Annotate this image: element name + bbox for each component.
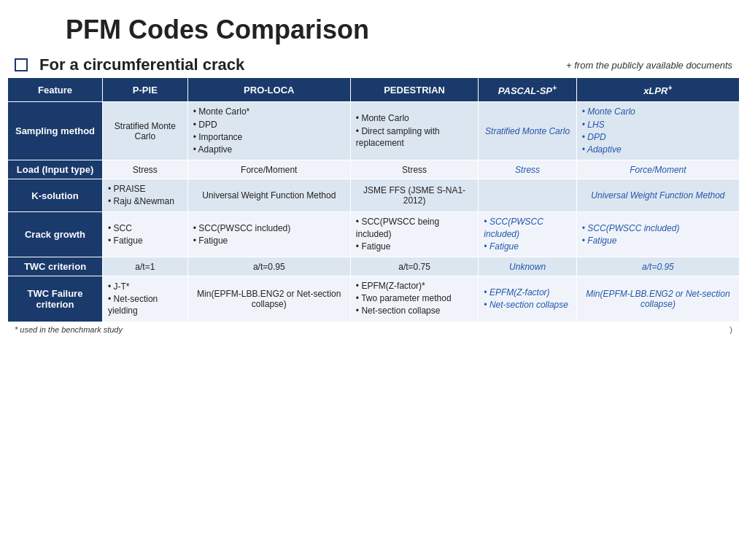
feature-sampling: Sampling method xyxy=(8,102,103,160)
pascal-twcfailure: EPFM(Z-factor) Net-section collapse xyxy=(479,276,576,322)
pascal-twcfailure-list: EPFM(Z-factor) Net-section collapse xyxy=(484,287,570,311)
pedestrian-sampling-list: Monte Carlo Direct sampling with replace… xyxy=(356,112,473,149)
xlpr-sampling-list: Monte Carlo LHS DPD Adaptive xyxy=(582,106,734,155)
list-item: Monte Carlo xyxy=(582,106,734,117)
col-header-pedestrian: PEDESTRIAN xyxy=(350,78,479,102)
ppie-crackgrowth-list: SCC Fatigue xyxy=(108,222,182,246)
xlpr-twcfailure: Min(EPFM-LBB.ENG2 or Net-section collaps… xyxy=(576,276,739,322)
ppie-crackgrowth: SCC Fatigue xyxy=(103,212,188,257)
table-row: TWC criterion a/t=1 a/t=0.95 a/t=0.75 Un… xyxy=(8,257,740,276)
list-item: Net-section collapse xyxy=(484,299,570,311)
list-item: SCC(PWSCC included) xyxy=(484,216,570,239)
list-item: LHS xyxy=(582,119,734,131)
proloca-crackgrowth: SCC(PWSCC included) Fatigue xyxy=(187,212,350,257)
xlpr-sampling: Monte Carlo LHS DPD Adaptive xyxy=(576,102,739,160)
proloca-twcfailure: Min(EPFM-LBB.ENG2 or Net-section collaps… xyxy=(187,276,350,322)
list-item: Raju &Newman xyxy=(108,195,182,207)
comparison-table: Feature P-PIE PRO-LOCA PEDESTRIAN PASCAL… xyxy=(0,77,747,322)
list-item: SCC xyxy=(108,222,182,234)
list-item: Fatigue xyxy=(484,241,570,252)
table-row: Load (Input type) Stress Force/Moment St… xyxy=(8,160,740,179)
list-item: Fatigue xyxy=(582,235,734,246)
list-item: Two parameter method xyxy=(356,292,473,304)
ppie-load: Stress xyxy=(103,160,188,179)
xlpr-crackgrowth-list: SCC(PWSCC included) Fatigue xyxy=(582,222,734,246)
feature-twc: TWC criterion xyxy=(8,257,103,276)
list-item: Direct sampling with replacement xyxy=(356,125,473,149)
col-header-xlpr: xLPR+ xyxy=(576,78,739,102)
ppie-twcfailure-list: J-T* Net-section yielding xyxy=(108,281,182,317)
subtitle-label: For a circumferential crack xyxy=(39,55,244,74)
table-row: Crack growth SCC Fatigue SCC(PWSCC inclu… xyxy=(8,212,740,257)
xlpr-crackgrowth: SCC(PWSCC included) Fatigue xyxy=(576,212,739,257)
proloca-crackgrowth-list: SCC(PWSCC included) Fatigue xyxy=(193,222,345,246)
col-header-ppie: P-PIE xyxy=(103,78,188,102)
list-item: Monte Carlo xyxy=(356,112,473,124)
col-header-pascal: PASCAL-SP+ xyxy=(479,78,576,102)
list-item: SCC(PWSCC being included) xyxy=(356,216,473,239)
subtitle-row: For a circumferential crack + from the p… xyxy=(0,52,747,77)
xlpr-load: Force/Moment xyxy=(576,160,739,179)
ppie-sampling: Stratified Monte Carlo xyxy=(103,102,188,160)
pedestrian-crackgrowth: SCC(PWSCC being included) Fatigue xyxy=(350,212,479,257)
list-item: Adaptive xyxy=(193,144,345,155)
ppie-twc: a/t=1 xyxy=(103,257,188,276)
list-item: PRAISE xyxy=(108,183,182,195)
pascal-sampling: Stratified Monte Carlo xyxy=(479,102,576,160)
checkbox-icon xyxy=(15,58,28,71)
ppie-ksolution-list: PRAISE Raju &Newman xyxy=(108,183,182,207)
list-item: Importance xyxy=(193,131,345,143)
page-title: PFM Codes Comparison xyxy=(66,7,369,49)
list-item: SCC(PWSCC included) xyxy=(582,222,734,234)
pedestrian-ksolution: JSME FFS (JSME S-NA1-2012) xyxy=(350,179,479,212)
list-item: Adaptive xyxy=(582,144,734,155)
list-item: EPFM(Z-factor) xyxy=(484,287,570,298)
list-item: DPD xyxy=(193,119,345,131)
table-row: TWC Failure criterion J-T* Net-section y… xyxy=(8,276,740,322)
pascal-load: Stress xyxy=(479,160,576,179)
feature-load: Load (Input type) xyxy=(8,160,103,179)
table-row: Sampling method Stratified Monte Carlo M… xyxy=(8,102,740,160)
list-item: Fatigue xyxy=(356,241,473,252)
proloca-twc: a/t=0.95 xyxy=(187,257,350,276)
pedestrian-sampling: Monte Carlo Direct sampling with replace… xyxy=(350,102,479,160)
list-item: Fatigue xyxy=(108,235,182,246)
list-item: Net-section yielding xyxy=(108,293,182,316)
list-item: SCC(PWSCC included) xyxy=(193,222,345,234)
ppie-twcfailure: J-T* Net-section yielding xyxy=(103,276,188,322)
list-item: Net-section collapse xyxy=(356,305,473,316)
xlpr-ksolution: Universal Weight Function Method xyxy=(576,179,739,212)
page-number: ) xyxy=(722,325,740,334)
pascal-crackgrowth-list: SCC(PWSCC included) Fatigue xyxy=(484,216,570,252)
xlpr-twc: a/t=0.95 xyxy=(576,257,739,276)
table-row: K-solution PRAISE Raju &Newman Universal… xyxy=(8,179,740,212)
feature-crackgrowth: Crack growth xyxy=(8,212,103,257)
list-item: DPD xyxy=(582,131,734,143)
list-item: J-T* xyxy=(108,281,182,292)
pedestrian-twcfailure: EPFM(Z-factor)* Two parameter method Net… xyxy=(350,276,479,322)
pascal-twc: Unknown xyxy=(479,257,576,276)
list-item: Monte Carlo* xyxy=(193,106,345,117)
col-header-feature: Feature xyxy=(8,78,103,102)
proloca-ksolution: Universal Weight Function Method xyxy=(187,179,350,212)
pascal-crackgrowth: SCC(PWSCC included) Fatigue xyxy=(479,212,576,257)
header: PFM Codes Comparison xyxy=(0,0,747,52)
feature-twcfailure: TWC Failure criterion xyxy=(8,276,103,322)
pedestrian-twcfailure-list: EPFM(Z-factor)* Two parameter method Net… xyxy=(356,280,473,317)
proloca-sampling: Monte Carlo* DPD Importance Adaptive xyxy=(187,102,350,160)
proloca-load: Force/Moment xyxy=(187,160,350,179)
col-header-proloca: PRO-LOCA xyxy=(187,78,350,102)
feature-ksolution: K-solution xyxy=(8,179,103,212)
benchmark-note: * used in the benchmark study xyxy=(7,324,130,335)
proloca-sampling-list: Monte Carlo* DPD Importance Adaptive xyxy=(193,106,345,155)
ppie-ksolution: PRAISE Raju &Newman xyxy=(103,179,188,212)
subtitle-note: + from the publicly available documents xyxy=(566,60,732,71)
pedestrian-load: Stress xyxy=(350,160,479,179)
pedestrian-twc: a/t=0.75 xyxy=(350,257,479,276)
pedestrian-crackgrowth-list: SCC(PWSCC being included) Fatigue xyxy=(356,216,473,252)
table-header-row: Feature P-PIE PRO-LOCA PEDESTRIAN PASCAL… xyxy=(8,78,740,102)
pascal-ksolution xyxy=(479,179,576,212)
list-item: EPFM(Z-factor)* xyxy=(356,280,473,292)
list-item: Fatigue xyxy=(193,235,345,246)
